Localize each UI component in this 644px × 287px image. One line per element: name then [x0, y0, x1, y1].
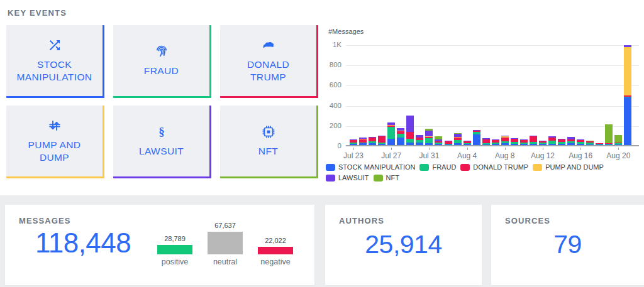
gridline — [346, 85, 639, 86]
x-axis-tick — [429, 148, 430, 150]
event-card-label: LAWSUIT — [139, 145, 184, 158]
bar-segment — [567, 143, 575, 145]
bar-segment — [387, 125, 395, 126]
legend-item-pump-and-dump[interactable]: PUMP AND DUMP — [533, 163, 604, 171]
x-axis-tick — [467, 148, 468, 150]
bar-segment — [397, 131, 404, 134]
y-axis-label: 0 — [322, 142, 341, 149]
bar-segment — [425, 129, 433, 131]
chart-axis-title: #Messages — [328, 28, 364, 35]
legend-item-stock-manipulation[interactable]: STOCK MANIPULATION — [326, 163, 415, 171]
gridline — [346, 45, 639, 46]
y-axis-label: 1K — [322, 41, 341, 48]
sentiment-bar-neutral[interactable] — [208, 232, 243, 254]
sentiment-label: neutral — [208, 257, 243, 266]
event-card-pump-and-dump[interactable]: PUMP AND DUMP — [6, 106, 104, 178]
bar-segment — [387, 122, 395, 125]
messages-value: 118,448 — [35, 227, 131, 259]
legend-item-fraud[interactable]: FRAUD — [419, 163, 456, 171]
bar-segment — [492, 139, 499, 140]
bar-segment — [548, 141, 556, 144]
legend-swatch — [533, 164, 542, 171]
messages-chart: #Messages STOCK MANIPULATIONFRAUDDONALD … — [322, 23, 644, 192]
bar-segment — [577, 140, 584, 142]
bar-segment — [445, 144, 452, 145]
y-axis-label: 400 — [322, 102, 341, 109]
bar-segment — [567, 137, 575, 139]
bar-segment — [577, 144, 584, 145]
bar-segment — [416, 143, 423, 145]
stats-strip: MESSAGES 118,448 28,789positive67,637neu… — [0, 195, 644, 287]
bar-segment — [605, 124, 613, 143]
event-card-label: STOCK MANIPULATION — [14, 58, 94, 84]
bar-segment — [558, 139, 565, 142]
bar-segment — [378, 136, 386, 136]
bar-segment — [501, 136, 509, 136]
bar-segment — [614, 143, 622, 144]
x-axis-label: Aug 20 — [602, 151, 635, 160]
bar-segment — [425, 137, 433, 138]
bar-segment — [501, 141, 509, 143]
bar-segment — [605, 144, 613, 145]
legend-label: NFT — [386, 174, 399, 181]
x-axis-label: Aug 8 — [489, 151, 521, 160]
bar-segment — [435, 139, 442, 141]
legend-item-donald-trump[interactable]: DONALD TRUMP — [460, 163, 528, 171]
bar-segment — [425, 138, 433, 143]
event-card-lawsuit[interactable]: § LAWSUIT — [113, 106, 211, 178]
bar-segment — [359, 139, 367, 143]
bar-segment — [378, 136, 386, 143]
bar-segment — [416, 140, 423, 143]
y-axis-label: 200 — [322, 122, 341, 129]
bar-segment — [464, 141, 471, 141]
event-card-label: PUMP AND DUMP — [14, 139, 94, 165]
bar-segment — [614, 144, 622, 145]
sentiment-label: negative — [258, 257, 293, 266]
bar-segment — [596, 143, 603, 144]
bar-segment — [482, 138, 490, 139]
legend-item-nft[interactable]: NFT — [374, 174, 399, 181]
bar-segment — [596, 144, 603, 144]
bar-segment — [624, 97, 631, 145]
bar-segment — [558, 144, 565, 145]
event-card-nft[interactable]: NFT — [220, 106, 318, 178]
legend-item-lawsuit[interactable]: LAWSUIT — [326, 174, 369, 181]
dashboard: KEY EVENTS STOCK MANIPULATION FRAUD — [0, 0, 644, 287]
event-card-stock-manipulation[interactable]: STOCK MANIPULATION — [6, 25, 104, 98]
bar-segment — [492, 143, 499, 144]
bar-segment — [359, 138, 367, 139]
bar-segment — [567, 141, 575, 143]
bar-segment — [435, 136, 442, 139]
bar-segment — [425, 143, 433, 145]
bar-segment — [492, 140, 499, 143]
bar-segment — [520, 140, 528, 143]
bar-segment — [482, 143, 490, 144]
bar-segment — [454, 138, 462, 140]
bar-segment — [586, 143, 594, 144]
key-events-title: KEY EVENTS — [8, 8, 67, 18]
event-card-fraud[interactable]: FRAUD — [113, 25, 211, 98]
gridline — [346, 65, 639, 66]
bar-segment — [539, 141, 547, 143]
bar-segment — [577, 139, 584, 140]
sentiment-bar-negative[interactable] — [258, 247, 293, 254]
bar-segment — [586, 141, 594, 141]
legend-swatch — [326, 164, 335, 171]
bar-segment — [464, 141, 471, 144]
x-axis-label: Aug 12 — [526, 151, 559, 160]
sources-card: SOURCES 79 — [491, 205, 644, 285]
x-axis-tick — [353, 148, 354, 150]
sentiment-bar-positive[interactable] — [157, 245, 192, 254]
hair-icon — [261, 38, 276, 53]
messages-title: MESSAGES — [19, 216, 70, 225]
chart-legend: STOCK MANIPULATIONFRAUDDONALD TRUMPPUMP … — [326, 163, 644, 185]
sentiment-chart: 28,789positive67,637neutral22,022negativ… — [157, 220, 293, 266]
x-axis-label: Jul 27 — [375, 151, 408, 160]
event-card-donald-trump[interactable]: DONALD TRUMP — [220, 25, 318, 98]
bar-segment — [605, 143, 613, 144]
bar-segment — [435, 144, 442, 145]
bar-segment — [530, 136, 537, 142]
bar-segment — [567, 139, 575, 141]
key-events-grid: STOCK MANIPULATION FRAUD DONALD TRUMP — [6, 25, 318, 178]
bar-segment — [520, 144, 528, 145]
